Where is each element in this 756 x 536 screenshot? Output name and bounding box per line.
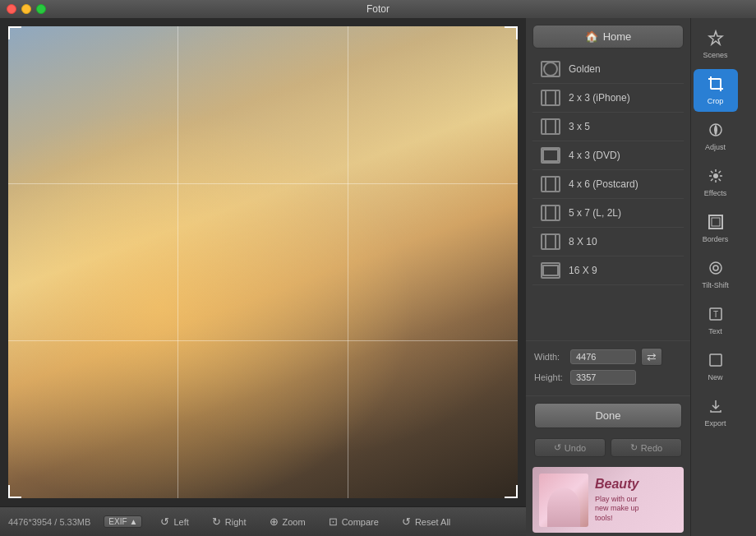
redo-label: Redo [641,443,662,453]
ad-banner[interactable]: Beauty Play with ournew make uptools! [532,467,684,533]
tools-panel: 🏠 Home Golden 2 x 3 (iPhone) 3 x 5 4 x 3… [526,18,690,536]
redo-icon: ↻ [630,442,638,453]
crop-option-5x7[interactable]: 5 x 7 (L, 2L) [532,199,684,228]
sidebar-label-text: Text [708,327,722,335]
sidebar-label-export: Export [704,419,726,427]
svg-rect-0 [711,79,721,89]
height-row: Height: [534,370,682,385]
grid-line-v1 [177,26,178,498]
crop-option-icon-3x5 [541,118,560,135]
rotate-right-icon: ↻ [212,515,221,528]
crop-option-16x9[interactable]: 16 X 9 [532,256,684,285]
crop-option-label-2x3: 2 x 3 (iPhone) [569,92,630,104]
crop-option-icon-2x3 [541,90,560,106]
crop-corner-tl[interactable] [8,26,21,39]
crop-corner-tr[interactable] [505,26,518,39]
image-container[interactable] [8,26,518,498]
crop-options-list: Golden 2 x 3 (iPhone) 3 x 5 4 x 3 (DVD) … [526,52,690,340]
width-input[interactable] [570,349,636,364]
compare-button[interactable]: ⊡ Compare [324,514,384,529]
svg-line-11 [711,171,713,173]
file-info: 4476*3954 / 5.33MB [8,517,90,527]
svg-rect-15 [709,215,722,229]
svg-rect-21 [710,354,721,366]
crop-option-4x3dvd[interactable]: 4 x 3 (DVD) [532,141,684,170]
sidebar-item-crop[interactable]: Crop [694,69,738,112]
rotate-right-button[interactable]: ↻ Right [207,514,251,529]
height-input[interactable] [570,370,636,385]
crop-option-label-16x9: 16 X 9 [569,265,597,276]
crop-option-label-4x3dvd: 4 x 3 (DVD) [569,150,620,161]
fullscreen-button[interactable] [36,4,46,14]
right-label: Right [225,517,247,527]
exif-button[interactable]: EXIF ▲ [104,515,142,528]
compare-icon: ⊡ [329,515,338,528]
sidebar-item-effects[interactable]: Effects [694,161,738,204]
crop-option-icon-golden [541,61,560,77]
traffic-lights [7,4,46,14]
sidebar-item-new[interactable]: New [694,345,738,388]
crop-option-label-8x10: 8 X 10 [569,236,597,247]
crop-option-golden[interactable]: Golden [532,55,684,84]
rotate-left-button[interactable]: ↺ Left [155,514,193,529]
home-button[interactable]: 🏠 Home [532,25,684,49]
home-label: Home [603,30,632,43]
adjust-icon [708,122,724,141]
redo-button[interactable]: ↻ Redo [611,438,682,457]
compare-label: Compare [342,517,379,527]
undo-label: Undo [565,443,586,453]
crop-icon [708,76,724,95]
width-label: Width: [534,352,565,362]
text-icon: T [708,306,724,325]
undo-button[interactable]: ↺ Undo [534,438,606,457]
main-photo [8,26,518,498]
sidebar-item-tiltshift[interactable]: Tilt-Shift [694,253,738,296]
sidebar-label-effects: Effects [704,189,726,197]
grid-line-h1 [8,183,518,184]
crop-option-icon-16x9 [541,262,560,279]
sidebar-item-adjust[interactable]: Adjust [694,115,738,158]
home-icon: 🏠 [585,30,598,43]
crop-option-2x3[interactable]: 2 x 3 (iPhone) [532,84,684,113]
crop-option-icon-5x7 [541,205,560,221]
bottom-toolbar: 4476*3954 / 5.33MB EXIF ▲ ↺ Left ↻ Right… [0,506,526,536]
crop-corner-br[interactable] [505,485,518,498]
scenes-icon [708,30,724,49]
rotate-left-icon: ↺ [160,515,169,528]
swap-dimensions-button[interactable]: ⇄ [641,348,662,366]
dimensions-area: Width: ⇄ Height: [526,340,690,396]
grid-line-h2 [8,340,518,341]
crop-option-4x6post[interactable]: 4 x 6 (Postcard) [532,170,684,199]
sidebar-label-borders: Borders [703,235,729,243]
crop-option-8x10[interactable]: 8 X 10 [532,228,684,256]
sidebar-item-export[interactable]: Export [694,391,738,434]
svg-point-18 [713,266,718,270]
tiltshift-icon [708,260,724,279]
width-row: Width: ⇄ [534,348,682,366]
crop-option-icon-8x10 [541,233,560,250]
ad-title: Beauty [595,476,639,492]
sidebar: Scenes Crop Adjust Effects Borders Tilt-… [690,18,740,536]
crop-corner-bl[interactable] [8,485,21,498]
crop-option-3x5[interactable]: 3 x 5 [532,113,684,141]
zoom-button[interactable]: ⊕ Zoom [265,514,311,529]
canvas-area: 4476*3954 / 5.33MB EXIF ▲ ↺ Left ↻ Right… [0,18,526,536]
reset-button[interactable]: ↺ Reset All [397,514,455,529]
app-title: Fotor [366,3,390,15]
sidebar-label-adjust: Adjust [705,143,726,151]
crop-option-label-4x6post: 4 x 6 (Postcard) [569,178,638,190]
reset-icon: ↺ [402,515,411,528]
sidebar-label-new: New [708,373,722,381]
done-button[interactable]: Done [534,403,682,428]
titlebar: Fotor [0,0,756,18]
grid-line-v2 [348,26,348,498]
left-label: Left [173,517,188,527]
minimize-button[interactable] [21,4,31,14]
crop-option-label-golden: Golden [569,63,601,75]
sidebar-item-text[interactable]: T Text [694,299,738,342]
close-button[interactable] [7,4,16,14]
effects-icon [708,168,724,187]
sidebar-item-borders[interactable]: Borders [694,207,738,250]
sidebar-item-scenes[interactable]: Scenes [694,23,738,66]
ad-subtitle: Play with ournew make uptools! [595,495,639,524]
